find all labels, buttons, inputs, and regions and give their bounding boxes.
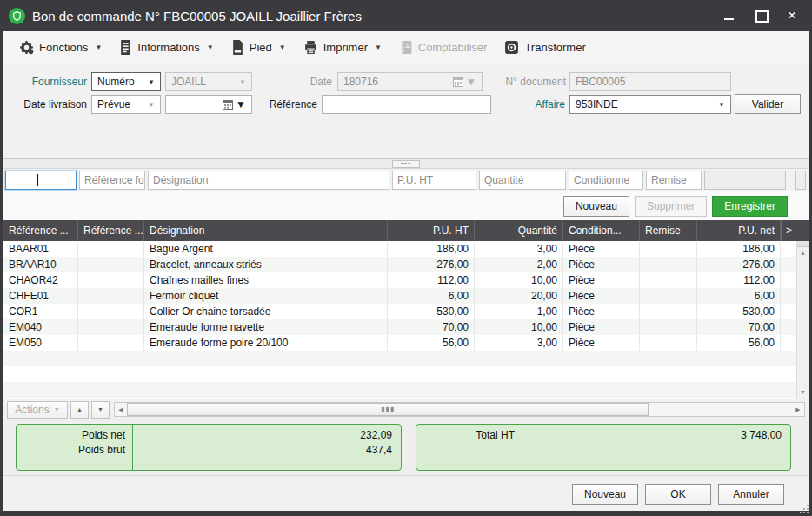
row-up-button[interactable]: ▲ (70, 401, 89, 419)
cell-reference: CHFE01 (3, 288, 78, 304)
thumb-grip-icon: ▮▮▮ (381, 406, 395, 413)
close-button[interactable]: × (786, 10, 798, 22)
cell-designation: Bague Argent (144, 241, 388, 257)
transform-icon (504, 40, 519, 55)
scrollbar-thumb[interactable]: ▮▮▮ (127, 403, 649, 416)
cell-remise (640, 241, 697, 257)
cell-reference_fournisseur (78, 304, 144, 319)
column-header-quantite[interactable]: Quantité (475, 220, 563, 241)
reference-input[interactable] (322, 95, 491, 114)
text-caret (37, 174, 38, 186)
enregistrer-button[interactable]: Enregistrer (712, 196, 788, 217)
cell-reference: EM040 (3, 319, 78, 335)
toolbar-pied[interactable]: Pied ▼ (224, 37, 293, 58)
actions-menu-button: Actions ▼ (7, 401, 68, 419)
cell-reference_fournisseur (78, 257, 144, 272)
resize-grip-icon[interactable] (800, 505, 802, 506)
column-header-remise[interactable]: Remise (640, 220, 697, 241)
entry-reference-fournisseur[interactable]: Référence fo (79, 171, 145, 190)
cell-pu_net: 186,00 (697, 241, 781, 257)
column-header-reference[interactable]: Référence ... (3, 220, 78, 241)
valider-button[interactable]: Valider (735, 94, 801, 114)
actions-label: Actions (15, 404, 49, 416)
table-row[interactable]: BRAAR10Bracelet, anneaux striés276,002,0… (3, 257, 796, 272)
splitter[interactable]: ••• (3, 158, 809, 169)
row-down-button[interactable]: ▼ (91, 401, 110, 419)
scroll-up-icon[interactable]: ▲ (797, 247, 809, 259)
header-form: Fournisseur Numéro▼ JOAILL▼ Date 180716 … (3, 65, 809, 158)
grid-header: Référence ... Référence ... Désignation … (3, 220, 809, 241)
cell-pu_ht: 530,00 (388, 304, 475, 319)
entry-quantite[interactable]: Quantité (479, 171, 566, 190)
more-columns-button[interactable]: > (781, 220, 796, 241)
page-footer-icon (231, 40, 244, 55)
cell-pu_ht: 112,00 (388, 272, 475, 288)
entry-remise[interactable]: Remise (646, 171, 702, 190)
table-row[interactable]: EM040Emeraude forme navette70,0010,00Piè… (3, 319, 796, 335)
item-reference-input[interactable] (5, 171, 77, 190)
column-header-pu-net[interactable]: P.U. net (697, 220, 781, 241)
fournisseur-mode-combo[interactable]: Numéro▼ (91, 72, 161, 91)
chevron-down-icon: ▼ (466, 76, 476, 88)
cell-reference_fournisseur (78, 319, 144, 335)
cell-designation: Collier Or chaine torsadée (144, 304, 388, 319)
nouveau-line-button[interactable]: Nouveau (563, 196, 629, 217)
toolbar-transformer[interactable]: Transformer (497, 37, 592, 58)
window-title: Bon de commande N° FBC00005 JOAILL Joail… (32, 9, 362, 23)
column-header-designation[interactable]: Désignation (144, 220, 388, 241)
entry-conditionnement[interactable]: Conditionne (569, 171, 643, 190)
entry-designation[interactable]: Désignation (148, 171, 389, 190)
table-row[interactable]: BAAR01Bague Argent186,003,00Pièce186,00 (3, 241, 796, 257)
splitter-handle-icon[interactable]: ••• (392, 160, 420, 168)
nouveau-button[interactable]: Nouveau (572, 484, 638, 505)
table-row[interactable]: EM050Emeraude forme poire 20/10056,003,0… (3, 335, 796, 351)
scroll-right-icon[interactable]: ▶ (792, 403, 804, 416)
affaire-value: 953INDE (576, 98, 618, 111)
cell-remise (640, 257, 697, 272)
affaire-label: Affaire (496, 95, 565, 114)
toolbar-fonctions[interactable]: Fonctions ▼ (12, 37, 109, 58)
table-row[interactable]: CHAOR42Chaînes mailles fines112,0010,00P… (3, 272, 796, 288)
affaire-combo[interactable]: 953INDE▼ (569, 95, 731, 114)
column-header-conditionnement[interactable]: Condition... (563, 220, 640, 241)
fournisseur-code-value: JOAILL (171, 76, 206, 88)
scroll-down-icon[interactable]: ▼ (797, 386, 809, 399)
toolbar-informations[interactable]: Informations ▼ (112, 37, 220, 58)
horizontal-scrollbar[interactable]: ◀ ▮▮▮ ▶ (114, 402, 805, 417)
toolbar-label: Comptabiliser (418, 41, 487, 54)
date-livraison-mode-combo[interactable]: Prévue▼ (91, 95, 161, 114)
cell-pu_net: 6,00 (697, 288, 781, 304)
chevron-down-icon: ▼ (236, 98, 246, 111)
cell-reference: COR1 (3, 304, 78, 319)
maximize-button[interactable] (755, 10, 767, 22)
cell-remise (640, 319, 697, 335)
ndocument-label: N° document (493, 72, 566, 91)
toolbar-label: Transformer (524, 41, 585, 54)
scroll-left-icon[interactable]: ◀ (115, 403, 127, 416)
chevron-down-icon: ▼ (207, 44, 214, 51)
fournisseur-label: Fournisseur (3, 72, 87, 91)
footer-bar: Nouveau OK Annuler (3, 475, 809, 511)
column-header-reference-fournisseur[interactable]: Référence ... (78, 220, 144, 241)
ok-button[interactable]: OK (645, 484, 711, 505)
table-row[interactable]: CHFE01Fermoir cliquet6,0020,00Pièce6,00 (3, 288, 796, 304)
minimize-button[interactable] (723, 10, 735, 22)
entry-pu-ht[interactable]: P.U. HT (392, 171, 476, 190)
toolbar-imprimer[interactable]: Imprimer ▼ (296, 37, 389, 58)
cell-conditionnement: Pièce (563, 319, 640, 335)
cell-quantite: 20,00 (475, 288, 563, 304)
column-header-pu-ht[interactable]: P.U. HT (388, 220, 475, 241)
fournisseur-code-combo: JOAILL▼ (165, 72, 252, 91)
cell-designation: Fermoir cliquet (144, 288, 388, 304)
entry-disabled-field (704, 171, 786, 190)
cell-remise (640, 272, 697, 288)
annuler-button[interactable]: Annuler (718, 484, 784, 505)
table-row[interactable]: COR1Collier Or chaine torsadée530,001,00… (3, 304, 796, 319)
scrollbar-split-handle[interactable] (797, 241, 809, 247)
order-window: Bon de commande N° FBC00005 JOAILL Joail… (0, 0, 812, 516)
vertical-scrollbar[interactable]: ▲ ▼ (796, 241, 809, 399)
date-livraison-field[interactable]: ▼ (165, 95, 252, 114)
cell-designation: Chaînes mailles fines (144, 272, 388, 288)
cell-reference: BRAAR10 (3, 257, 78, 272)
cell-pu_ht: 276,00 (388, 257, 475, 272)
